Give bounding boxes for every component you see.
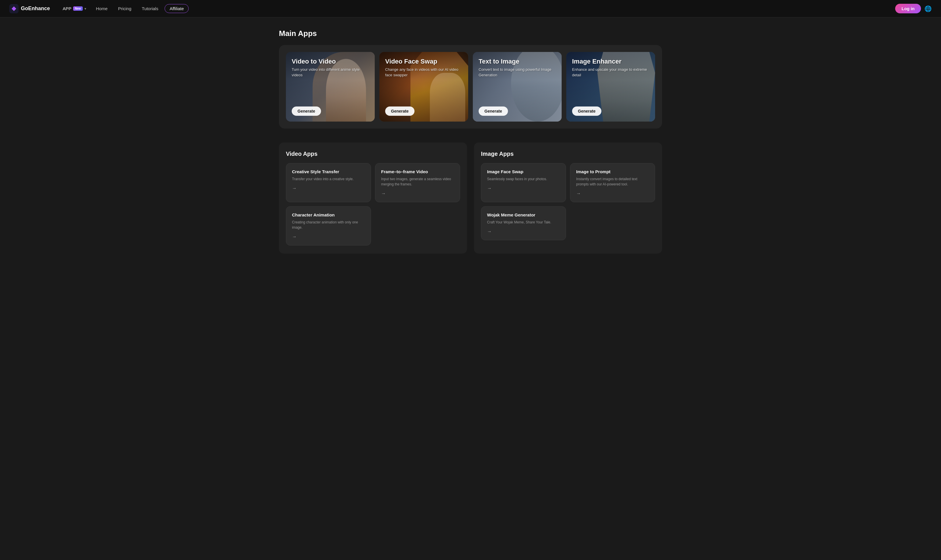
nav-home-link[interactable]: Home <box>92 5 112 13</box>
card-wojak-meme[interactable]: Wojak Meme Generator Craft Your Wojak Me… <box>481 206 566 240</box>
creative-style-arrow[interactable]: → <box>292 186 365 191</box>
image-to-prompt-desc: Instantly convert images to detailed tex… <box>576 176 649 187</box>
main-content: Main Apps Video to Video Turn your video… <box>267 17 674 265</box>
logo-text: GoEnhance <box>21 6 50 12</box>
card-image-face-swap[interactable]: Image Face Swap Seamlessly swap faces in… <box>481 163 566 202</box>
card-video-face-swap[interactable]: Video Face Swap Change any face in video… <box>379 52 468 122</box>
navbar-right: Log in 🌐 <box>895 4 932 13</box>
card-ie-desc: Enhance and upscale your image to extrem… <box>572 67 649 77</box>
nav-app-button[interactable]: APP New ▾ <box>59 5 90 13</box>
image-face-swap-arrow[interactable]: → <box>487 186 560 191</box>
card-v2v-desc: Turn your video into different anime sty… <box>292 67 369 77</box>
image-apps-title: Image Apps <box>481 151 655 157</box>
card-vfs-title: Video Face Swap <box>385 58 462 65</box>
generate-btn-v2v[interactable]: Generate <box>292 106 321 116</box>
card-text-to-image[interactable]: Text to Image Convert text to image usin… <box>473 52 562 122</box>
frame-to-frame-desc: Input two images, generate a seamless vi… <box>381 176 454 187</box>
image-to-prompt-title: Image to Prompt <box>576 169 649 174</box>
login-button[interactable]: Log in <box>895 4 921 13</box>
image-to-prompt-arrow[interactable]: → <box>576 191 649 196</box>
character-animation-desc: Creating character animation with only o… <box>292 220 365 230</box>
generate-btn-ie[interactable]: Generate <box>572 106 601 116</box>
nav-app-badge: New <box>73 6 83 11</box>
card-content-t2i: Text to Image Convert text to image usin… <box>473 52 562 122</box>
generate-btn-t2i[interactable]: Generate <box>479 106 508 116</box>
main-apps-grid: Video to Video Turn your video into diff… <box>286 52 655 122</box>
character-animation-title: Character Animation <box>292 212 365 217</box>
chevron-down-icon: ▾ <box>85 7 86 11</box>
video-apps-section: Video Apps Creative Style Transfer Trans… <box>279 143 467 254</box>
card-content: Video to Video Turn your video into diff… <box>286 52 375 122</box>
card-frame-to-frame[interactable]: Frame–to–frame Video Input two images, g… <box>375 163 460 202</box>
nav-links: APP New ▾ Home Pricing Tutorials Affilia… <box>59 4 189 13</box>
wojak-meme-title: Wojak Meme Generator <box>487 212 560 217</box>
card-vfs-desc: Change any face in videos with our AI vi… <box>385 67 462 77</box>
card-top-ie: Image Enhancer Enhance and upscale your … <box>572 58 649 78</box>
nav-pricing-link[interactable]: Pricing <box>114 5 136 13</box>
card-image-enhancer[interactable]: Image Enhancer Enhance and upscale your … <box>566 52 655 122</box>
nav-tutorials-link[interactable]: Tutorials <box>137 5 162 13</box>
creative-style-title: Creative Style Transfer <box>292 169 365 174</box>
logo-icon <box>9 4 18 13</box>
card-top-t2i: Text to Image Convert text to image usin… <box>479 58 556 78</box>
character-animation-arrow[interactable]: → <box>292 234 365 239</box>
card-video-to-video[interactable]: Video to Video Turn your video into diff… <box>286 52 375 122</box>
card-content-ie: Image Enhancer Enhance and upscale your … <box>566 52 655 122</box>
card-top: Video to Video Turn your video into diff… <box>292 58 369 78</box>
image-face-swap-desc: Seamlessly swap faces in your photos. <box>487 176 560 182</box>
main-apps-title: Main Apps <box>279 29 662 38</box>
video-apps-title: Video Apps <box>286 151 460 157</box>
card-ie-title: Image Enhancer <box>572 58 649 65</box>
card-t2i-title: Text to Image <box>479 58 556 65</box>
frame-to-frame-arrow[interactable]: → <box>381 191 454 196</box>
card-content-vfs: Video Face Swap Change any face in video… <box>379 52 468 122</box>
frame-to-frame-title: Frame–to–frame Video <box>381 169 454 174</box>
navbar-left: GoEnhance APP New ▾ Home Pricing Tutoria… <box>9 4 189 13</box>
wojak-meme-arrow[interactable]: → <box>487 229 560 234</box>
card-v2v-title: Video to Video <box>292 58 369 65</box>
logo[interactable]: GoEnhance <box>9 4 50 13</box>
lower-grid: Video Apps Creative Style Transfer Trans… <box>279 143 662 254</box>
wojak-meme-desc: Craft Your Wojak Meme, Share Your Tale. <box>487 220 560 225</box>
video-apps-grid: Creative Style Transfer Transfer your vi… <box>286 163 460 245</box>
navbar: GoEnhance APP New ▾ Home Pricing Tutoria… <box>0 0 941 17</box>
globe-icon[interactable]: 🌐 <box>924 5 932 12</box>
card-top-vfs: Video Face Swap Change any face in video… <box>385 58 462 78</box>
image-apps-grid: Image Face Swap Seamlessly swap faces in… <box>481 163 655 240</box>
nav-app-label: APP <box>63 6 71 11</box>
main-apps-container: Video to Video Turn your video into diff… <box>279 45 662 129</box>
image-face-swap-title: Image Face Swap <box>487 169 560 174</box>
card-character-animation[interactable]: Character Animation Creating character a… <box>286 206 371 245</box>
nav-affiliate-link[interactable]: Affiliate <box>165 4 189 13</box>
creative-style-desc: Transfer your video into a creative styl… <box>292 176 365 182</box>
generate-btn-vfs[interactable]: Generate <box>385 106 414 116</box>
card-t2i-desc: Convert text to image using powerful Ima… <box>479 67 556 77</box>
image-apps-section: Image Apps Image Face Swap Seamlessly sw… <box>474 143 662 254</box>
card-image-to-prompt[interactable]: Image to Prompt Instantly convert images… <box>570 163 655 202</box>
card-creative-style-transfer[interactable]: Creative Style Transfer Transfer your vi… <box>286 163 371 202</box>
